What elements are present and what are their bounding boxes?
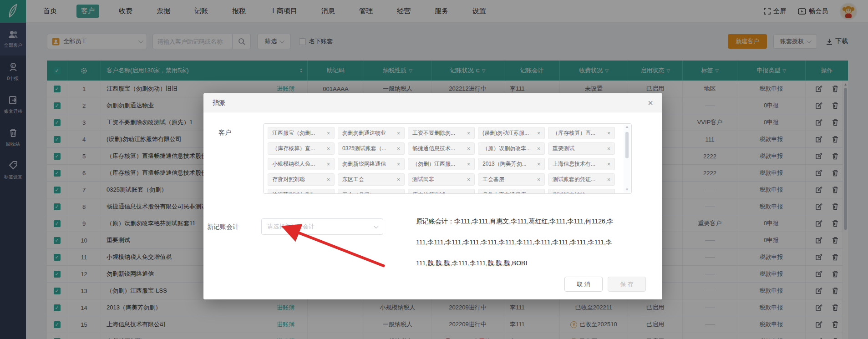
tag-remove-icon[interactable]: × <box>397 192 400 194</box>
tag-remove-icon[interactable]: × <box>467 161 470 167</box>
customer-tag-chip: （原）误删勿改李... × <box>478 142 545 155</box>
tag-label: 东区工会 <box>342 176 395 183</box>
close-icon[interactable]: × <box>648 98 653 107</box>
customer-tag-chip: (误删)勿动江苏服... × <box>478 127 545 139</box>
chevron-down-icon <box>374 223 379 228</box>
save-button[interactable]: 保 存 <box>608 277 646 292</box>
modal-header: 指派 × <box>203 93 662 112</box>
tag-label: （原）误删勿改李... <box>482 145 535 152</box>
customer-tags-box: 江西服宝（勿删... × 勿删勿删通达物业 × 工资不要删除勿... × (误删… <box>263 123 632 194</box>
scrollbar-thumb[interactable] <box>625 132 629 158</box>
customer-tag-chip: 勿删新锐网络通信 × <box>338 158 405 170</box>
modal-title: 指派 <box>213 99 225 107</box>
cancel-button[interactable]: 取 消 <box>564 277 603 292</box>
new-accountant-select[interactable]: 请选择新记账会计 <box>261 218 383 235</box>
customer-tag-chip: 江西服宝（勿删... × <box>268 127 335 139</box>
tag-label: 畅捷通信息技术... <box>412 145 465 152</box>
customer-tag-chip: 小规模纳税人免... × <box>268 158 335 170</box>
tag-label: 测试期末结转 <box>553 191 605 194</box>
tag-remove-icon[interactable]: × <box>397 130 400 137</box>
tags-scrollbar[interactable]: ▲ ▼ <box>624 125 630 192</box>
tag-label: (误删)勿动江苏服... <box>482 129 535 137</box>
customer-tag-chip: （库存核算）直... × <box>268 142 335 155</box>
tag-remove-icon[interactable]: × <box>607 177 610 183</box>
tag-remove-icon[interactable]: × <box>397 161 400 167</box>
tag-remove-icon[interactable]: × <box>467 130 470 137</box>
tag-remove-icon[interactable]: × <box>607 161 610 167</box>
tag-remove-icon[interactable]: × <box>397 177 400 183</box>
select-placeholder: 请选择新记账会计 <box>267 223 374 231</box>
tag-label: 乌鲁木齐市通讯店 <box>482 191 535 194</box>
tag-label: 存货对照刘聪 <box>272 176 325 183</box>
customer-tag-chip: （库存核算）直... × <box>548 127 615 139</box>
customer-tag-chip: 测试民非 × <box>408 173 475 186</box>
tag-label: 工会基层 <box>482 176 535 183</box>
customer-tag-chip: 工会基层 × <box>478 173 545 186</box>
tag-remove-icon[interactable]: × <box>327 177 330 183</box>
tag-label: 重要测试 <box>553 145 605 152</box>
tag-label: 工会（县级） <box>342 191 395 194</box>
customer-tag-chip: 库存核算测试 × <box>408 189 475 194</box>
tag-label: 沈海英测试勿删1 <box>272 191 325 194</box>
tag-label: （库存核算）直... <box>553 129 605 137</box>
scroll-down-icon[interactable]: ▼ <box>624 187 630 192</box>
tag-remove-icon[interactable]: × <box>327 146 330 152</box>
customer-tags: 江西服宝（勿删... × 勿删勿删通达物业 × 工资不要删除勿... × (误删… <box>268 127 619 194</box>
tag-remove-icon[interactable]: × <box>537 146 540 152</box>
original-accountants-text: 原记账会计：李111,李111,肖惠文,李111,葛红红,李111,李111,何… <box>416 211 639 273</box>
customer-tag-chip: 重要测试 × <box>548 142 615 155</box>
tag-label: 小规模纳税人免... <box>272 160 325 168</box>
customer-tag-chip: 测试期末结转 × <box>548 189 615 194</box>
tag-label: （库存核算）直... <box>272 145 325 152</box>
tag-remove-icon[interactable]: × <box>327 130 330 137</box>
customer-tag-chip: 畅捷通信息技术... × <box>408 142 475 155</box>
tag-label: 江西服宝（勿删... <box>272 129 325 137</box>
customer-tag-chip: 存货对照刘聪 × <box>268 173 335 186</box>
tag-label: 0325测试账套（... <box>342 145 395 152</box>
tag-label: 勿删勿删通达物业 <box>342 129 395 137</box>
customer-tag-chip: 测试账套的凭证... × <box>548 173 615 186</box>
tag-label: 勿删新锐网络通信 <box>342 160 395 168</box>
tag-label: 上海信息技术有... <box>553 160 605 168</box>
tag-remove-icon[interactable]: × <box>397 146 400 152</box>
customer-tag-chip: 勿删勿删通达物业 × <box>338 127 405 139</box>
tag-remove-icon[interactable]: × <box>607 192 610 194</box>
tag-remove-icon[interactable]: × <box>467 146 470 152</box>
tag-remove-icon[interactable]: × <box>537 161 540 167</box>
tag-label: 测试账套的凭证... <box>553 176 605 183</box>
customer-tag-chip: 0325测试账套（... × <box>338 142 405 155</box>
tag-remove-icon[interactable]: × <box>607 130 610 137</box>
tag-remove-icon[interactable]: × <box>537 177 540 183</box>
customer-tag-chip: 工资不要删除勿... × <box>408 127 475 139</box>
customer-tag-chip: 沈海英测试勿删1 × <box>268 189 335 194</box>
tag-label: 库存核算测试 <box>412 191 465 194</box>
customer-tag-chip: （勿删）江西服... × <box>408 158 475 170</box>
tag-remove-icon[interactable]: × <box>327 161 330 167</box>
customer-tag-chip: 乌鲁木齐市通讯店 × <box>478 189 545 194</box>
tag-remove-icon[interactable]: × <box>467 192 470 194</box>
customer-tag-chip: 工会（县级） × <box>338 189 405 194</box>
customer-tag-chip: 上海信息技术有... × <box>548 158 615 170</box>
tag-remove-icon[interactable]: × <box>537 130 540 137</box>
tag-remove-icon[interactable]: × <box>467 177 470 183</box>
tag-remove-icon[interactable]: × <box>327 192 330 194</box>
tag-label: 2013（陶美芳勿... <box>482 160 535 168</box>
customer-tag-chip: 东区工会 × <box>338 173 405 186</box>
tag-label: 测试民非 <box>412 176 465 183</box>
assign-modal: 指派 × 客户 江西服宝（勿删... × 勿删勿删通达物业 × 工资不要删除勿.… <box>203 93 662 299</box>
scroll-up-icon[interactable]: ▲ <box>624 125 630 129</box>
tag-label: （勿删）江西服... <box>412 160 465 168</box>
tag-remove-icon[interactable]: × <box>607 146 610 152</box>
new-accountant-label: 新记账会计 <box>207 223 239 231</box>
tag-remove-icon[interactable]: × <box>537 192 540 194</box>
tag-label: 工资不要删除勿... <box>412 129 465 137</box>
customer-field-label: 客户 <box>218 129 231 137</box>
customer-tag-chip: 2013（陶美芳勿... × <box>478 158 545 170</box>
